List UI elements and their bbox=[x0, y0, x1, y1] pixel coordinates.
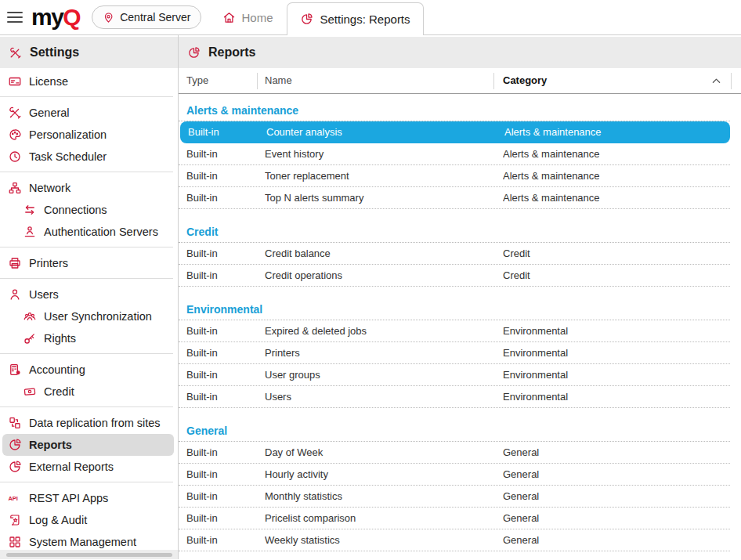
group-rows: Built-in Credit balance Credit Built-in … bbox=[179, 243, 741, 287]
scrollbar-thumb[interactable] bbox=[6, 553, 172, 557]
sidebar-item-rights[interactable]: Rights bbox=[0, 327, 178, 349]
tab-settings-reports-label: Settings: Reports bbox=[320, 13, 410, 26]
sidebar-item-reports[interactable]: Reports bbox=[2, 434, 174, 456]
report-row[interactable]: Built-in Credit operations Credit bbox=[179, 265, 730, 287]
report-category: General bbox=[503, 468, 730, 480]
report-category: Environmental bbox=[503, 325, 730, 337]
logo-text-q: Q bbox=[63, 4, 80, 30]
sidebar-nav: License General Personalization Task Sch… bbox=[0, 68, 178, 558]
report-row[interactable]: Built-in Day of Week General bbox=[179, 442, 730, 464]
report-row[interactable]: Built-in Printers Environmental bbox=[179, 342, 730, 364]
central-server-label: Central Server bbox=[120, 11, 190, 23]
sidebar-item-label: Authentication Servers bbox=[44, 226, 158, 238]
report-row[interactable]: Built-in Credit balance Credit bbox=[179, 243, 730, 265]
report-row[interactable]: Built-in User groups Environmental bbox=[179, 364, 730, 386]
column-header-category[interactable]: Category bbox=[503, 68, 547, 93]
sidebar-item-external-reports[interactable]: External Reports bbox=[0, 456, 178, 478]
sidebar-item-accounting[interactable]: Accounting bbox=[0, 359, 178, 381]
report-category: Alerts & maintenance bbox=[503, 148, 730, 160]
column-header-name[interactable]: Name bbox=[265, 68, 292, 93]
sidebar-item-personalization[interactable]: Personalization bbox=[0, 124, 178, 146]
people-group-icon bbox=[23, 309, 37, 323]
reports-table: Alerts & maintenance Built-in Counter an… bbox=[179, 94, 741, 559]
sidebar-item-network[interactable]: Network bbox=[0, 177, 178, 199]
sidebar-item-data-replication[interactable]: Data replication from sites bbox=[0, 412, 178, 434]
sidebar-item-license[interactable]: License bbox=[0, 70, 178, 92]
calculator-icon bbox=[8, 363, 22, 377]
api-text-icon: API bbox=[8, 491, 22, 505]
report-row[interactable]: Built-in Expired & deleted jobs Environm… bbox=[179, 320, 730, 342]
settings-sidebar: Settings License General Personalization… bbox=[0, 35, 179, 559]
sidebar-item-label: License bbox=[29, 75, 68, 88]
central-server-button[interactable]: Central Server bbox=[92, 5, 201, 29]
sidebar-divider bbox=[0, 482, 173, 482]
sidebar-item-label: REST API Apps bbox=[29, 492, 108, 504]
column-separator bbox=[731, 73, 732, 89]
sidebar-item-label: User Synchronization bbox=[44, 310, 152, 323]
hamburger-menu-icon[interactable] bbox=[7, 9, 23, 26]
group-rows: Built-in Expired & deleted jobs Environm… bbox=[179, 320, 741, 408]
sort-ascending-icon[interactable] bbox=[712, 78, 721, 84]
report-row[interactable]: Built-in Event history Alerts & maintena… bbox=[179, 143, 730, 165]
sidebar-item-rest-api-apps[interactable]: API REST API Apps bbox=[0, 487, 178, 509]
group-title: Environmental bbox=[179, 303, 730, 320]
report-type: Built-in bbox=[179, 347, 265, 359]
report-type: Built-in bbox=[179, 468, 265, 480]
license-card-icon bbox=[8, 74, 22, 89]
report-name: Printers bbox=[265, 347, 503, 359]
report-row[interactable]: Built-in Weekly statistics General bbox=[179, 529, 730, 551]
column-separator bbox=[493, 73, 494, 89]
group-rows: Built-in Counter analysis Alerts & maint… bbox=[179, 121, 741, 209]
report-type: Built-in bbox=[179, 247, 265, 259]
tab-home[interactable]: Home bbox=[218, 11, 277, 24]
report-row[interactable]: Built-in Users Environmental bbox=[179, 386, 730, 408]
banknote-icon bbox=[23, 385, 37, 399]
report-row[interactable]: Built-in Counter analysis Alerts & maint… bbox=[180, 121, 730, 143]
palette-icon bbox=[8, 128, 22, 142]
sidebar-item-label: External Reports bbox=[29, 461, 114, 473]
sidebar-item-general[interactable]: General bbox=[0, 102, 178, 124]
sidebar-item-task-scheduler[interactable]: Task Scheduler bbox=[0, 146, 178, 168]
report-category: Alerts & maintenance bbox=[503, 170, 730, 182]
report-row[interactable]: Built-in Pricelist comparison General bbox=[179, 508, 730, 529]
sidebar-header: Settings bbox=[0, 37, 178, 68]
report-name: Monthly statistics bbox=[265, 490, 503, 502]
column-separator bbox=[257, 73, 258, 89]
crossed-tools-icon bbox=[9, 46, 22, 60]
report-row[interactable]: Built-in Top N alerts summary Alerts & m… bbox=[179, 187, 730, 209]
sidebar-divider bbox=[0, 96, 173, 97]
sidebar-item-label: Credit bbox=[44, 385, 74, 398]
sidebar-item-label: Network bbox=[29, 182, 70, 194]
sidebar-item-label: Reports bbox=[29, 439, 72, 451]
report-category: General bbox=[503, 512, 730, 524]
crossed-tools-icon bbox=[8, 106, 22, 120]
report-name: Credit operations bbox=[265, 269, 503, 281]
sidebar-item-credit[interactable]: Credit bbox=[0, 381, 178, 403]
sidebar-item-printers[interactable]: Printers bbox=[0, 252, 178, 274]
sidebar-item-user-synchronization[interactable]: User Synchronization bbox=[0, 305, 178, 327]
sidebar-item-connections[interactable]: Connections bbox=[0, 199, 178, 221]
sidebar-item-log-audit[interactable]: Log & Audit bbox=[0, 509, 178, 531]
sidebar-item-users[interactable]: Users bbox=[0, 284, 178, 305]
report-row[interactable]: Built-in Monthly statistics General bbox=[179, 486, 730, 508]
servers-sync-icon bbox=[8, 416, 22, 430]
sidebar-item-label: General bbox=[29, 107, 70, 119]
report-type: Built-in bbox=[179, 490, 265, 502]
pie-chart-icon bbox=[8, 460, 22, 474]
tab-home-label: Home bbox=[241, 11, 273, 24]
report-name: Top N alerts summary bbox=[265, 192, 503, 204]
swap-arrows-icon bbox=[23, 203, 37, 217]
report-category: Alerts & maintenance bbox=[503, 192, 730, 204]
report-group: Credit Built-in Credit balance Credit Bu… bbox=[179, 226, 741, 287]
report-name: Users bbox=[265, 391, 503, 403]
report-row[interactable]: Built-in Toner replacement Alerts & main… bbox=[179, 165, 730, 187]
sidebar-item-authentication-servers[interactable]: Authentication Servers bbox=[0, 221, 178, 243]
tab-settings-reports[interactable]: Settings: Reports bbox=[287, 2, 423, 35]
column-header-type[interactable]: Type bbox=[186, 68, 208, 93]
report-category: General bbox=[503, 534, 730, 546]
report-category: General bbox=[503, 446, 730, 458]
report-row[interactable]: Built-in Hourly activity General bbox=[179, 464, 730, 486]
report-type: Built-in bbox=[179, 192, 265, 204]
report-group: Environmental Built-in Expired & deleted… bbox=[179, 303, 741, 408]
sidebar-horizontal-scrollbar[interactable] bbox=[0, 550, 178, 559]
